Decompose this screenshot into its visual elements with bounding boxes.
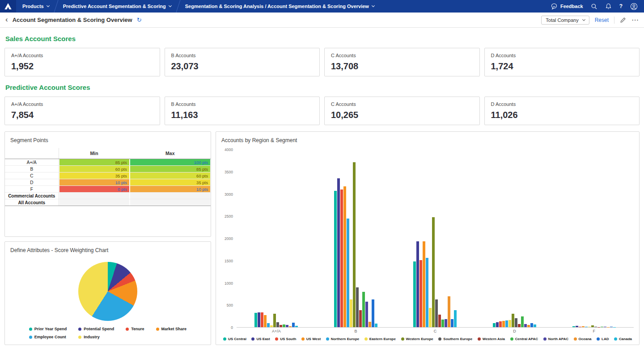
bar[interactable]	[362, 292, 365, 327]
legend-item[interactable]: Western Asia	[478, 337, 505, 341]
bar[interactable]	[280, 325, 282, 327]
bar[interactable]	[254, 313, 257, 327]
nav-page[interactable]: Segmentation & Scoring Analysis / Accoun…	[179, 0, 381, 13]
bar[interactable]	[527, 325, 530, 327]
legend-item[interactable]: US South	[275, 337, 296, 341]
bar[interactable]	[454, 310, 457, 327]
bar[interactable]	[261, 312, 263, 327]
bar[interactable]	[594, 327, 597, 327]
bar[interactable]	[432, 217, 435, 327]
edit-button[interactable]	[620, 17, 626, 23]
legend-item[interactable]: Eastern Europe	[364, 337, 396, 341]
bar[interactable]	[441, 320, 444, 327]
legend-item[interactable]: Tenure	[126, 327, 144, 331]
bar[interactable]	[512, 314, 514, 327]
legend-item[interactable]: Southern Europe	[438, 337, 472, 341]
bar[interactable]	[283, 324, 285, 327]
legend-item[interactable]: Prior Year Spend	[29, 327, 67, 331]
pie-chart[interactable]	[78, 262, 137, 321]
bar[interactable]	[258, 312, 260, 327]
legend-item[interactable]: Potential Spend	[78, 327, 114, 331]
bar[interactable]	[426, 258, 428, 327]
bar[interactable]	[334, 191, 337, 327]
bar[interactable]	[505, 320, 508, 327]
bar[interactable]	[337, 178, 340, 327]
anaplan-logo[interactable]	[0, 0, 16, 13]
bar[interactable]	[423, 241, 425, 327]
bar[interactable]	[372, 299, 374, 327]
bar[interactable]	[419, 260, 422, 327]
bar[interactable]	[515, 318, 517, 327]
legend-item[interactable]: US West	[301, 337, 321, 341]
legend-item[interactable]: Central APAC	[510, 337, 538, 341]
bar[interactable]	[588, 327, 591, 327]
bar[interactable]	[438, 315, 441, 327]
legend-item[interactable]: Industry	[78, 335, 114, 339]
bar[interactable]	[534, 324, 536, 327]
bar[interactable]	[591, 325, 594, 327]
bar[interactable]	[356, 287, 359, 327]
bar[interactable]	[413, 261, 416, 327]
bar[interactable]	[502, 321, 505, 327]
reset-button[interactable]: Reset	[595, 17, 609, 23]
bar[interactable]	[435, 299, 438, 327]
bar[interactable]	[365, 302, 368, 327]
bar[interactable]	[429, 308, 432, 327]
bar[interactable]	[295, 326, 298, 327]
nav-app[interactable]: Predictive Account Segmentation & Scorin…	[57, 0, 178, 13]
feedback-button[interactable]: Feedback	[551, 3, 583, 10]
bar[interactable]	[292, 323, 295, 327]
bar[interactable]	[451, 319, 453, 327]
bar[interactable]	[416, 241, 419, 327]
bar[interactable]	[286, 325, 288, 327]
more-options-button[interactable]: ⋯	[631, 17, 639, 24]
bar[interactable]	[493, 323, 496, 327]
bar[interactable]	[445, 319, 447, 327]
bar[interactable]	[347, 219, 349, 327]
bar[interactable]	[579, 327, 581, 327]
legend-item[interactable]: LAD	[597, 337, 609, 341]
context-selector[interactable]: Total Company	[541, 16, 589, 25]
legend-item[interactable]: Employee Count	[29, 335, 67, 339]
bar[interactable]	[610, 327, 613, 327]
bar[interactable]	[524, 324, 527, 327]
back-button[interactable]: ‹	[5, 16, 8, 23]
bar[interactable]	[572, 326, 575, 327]
bar[interactable]	[353, 162, 356, 327]
nav-products[interactable]: Products	[16, 0, 55, 13]
bar[interactable]	[576, 326, 578, 327]
notifications-button[interactable]	[605, 3, 612, 10]
help-button[interactable]: ?	[619, 3, 623, 9]
bar[interactable]	[289, 326, 292, 327]
bar[interactable]	[585, 327, 588, 327]
bar[interactable]	[530, 323, 533, 327]
bar[interactable]	[496, 322, 499, 327]
legend-item[interactable]: US East	[251, 337, 270, 341]
bar[interactable]	[601, 327, 603, 327]
legend-item[interactable]: Canada	[614, 337, 632, 341]
bar[interactable]	[375, 324, 377, 327]
bar[interactable]	[448, 296, 450, 327]
legend-item[interactable]: Western Europe	[401, 337, 433, 341]
bar[interactable]	[270, 325, 273, 327]
bar[interactable]	[499, 321, 502, 327]
bar[interactable]	[343, 186, 346, 327]
legend-item[interactable]: Northern Europe	[326, 337, 360, 341]
bar[interactable]	[604, 327, 606, 327]
legend-item[interactable]: US Central	[223, 337, 246, 341]
refresh-icon[interactable]: ↻	[137, 17, 142, 23]
bar[interactable]	[359, 310, 362, 327]
bar[interactable]	[340, 189, 343, 327]
bar[interactable]	[267, 323, 270, 327]
legend-item[interactable]: Oceana	[574, 337, 592, 341]
bar[interactable]	[276, 322, 279, 327]
bar[interactable]	[521, 316, 524, 327]
bar[interactable]	[350, 299, 352, 327]
bar[interactable]	[273, 314, 276, 327]
bar[interactable]	[369, 322, 371, 327]
bar[interactable]	[518, 324, 521, 327]
bar[interactable]	[508, 320, 511, 327]
search-button[interactable]	[591, 3, 597, 10]
bar[interactable]	[582, 326, 585, 327]
bar[interactable]	[264, 315, 267, 327]
